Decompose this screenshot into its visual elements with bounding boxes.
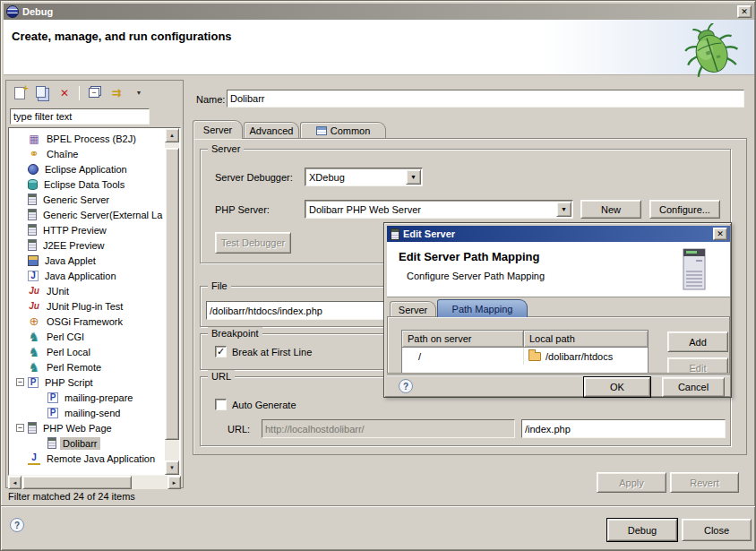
dropdown-arrow-icon[interactable]: ▼ [406,169,421,185]
tree-item[interactable]: Pmailing-prepare [9,390,180,405]
server-icon [28,224,37,236]
tab-advanced[interactable]: Advanced [244,122,299,138]
checkbox-label: Break at First Line [232,347,312,357]
horizontal-scroll-thumb[interactable] [22,476,132,489]
ok-button[interactable]: OK [584,377,650,397]
tree-item-label: JUnit [44,285,72,297]
scroll-left-button[interactable]: ◄ [8,476,21,489]
window-close-button[interactable]: ✕ [737,5,752,18]
tree-item[interactable]: ▦BPEL Process (B2J) [9,131,180,146]
duplicate-button[interactable] [34,85,50,101]
server-debugger-select[interactable]: XDebug ▼ [305,168,423,186]
tree-item-label: PHP Web Page [40,422,115,435]
expander-minus-icon[interactable]: − [16,424,24,432]
collapse-all-button[interactable]: − [86,85,102,101]
checkbox-checked-icon[interactable]: ✓ [215,346,227,357]
tree-item-label: Generic Server [40,194,112,206]
tree-item-label: Generic Server(External La [40,209,165,221]
tree-item[interactable]: Eclipse Application [9,161,180,176]
dialog-header: Edit Server Path Mapping Configure Serve… [387,242,730,297]
filter-input[interactable] [10,108,150,125]
new-server-button[interactable]: New [580,200,641,219]
tab-server[interactable]: Server [193,120,243,139]
tree-item[interactable]: ♞Perl Remote [9,359,180,375]
scroll-up-button[interactable]: ▲ [165,128,179,142]
tree-item[interactable]: ♞Perl Local [9,344,180,359]
dropdown-arrow-icon[interactable]: ▼ [556,202,571,217]
checkbox-unchecked-icon[interactable] [215,399,227,410]
tree-item[interactable]: HTTP Preview [9,222,180,237]
scroll-right-button[interactable]: ► [168,476,181,489]
server-icon [28,194,37,205]
column-header[interactable]: Path on server [402,331,524,348]
window-title: Debug [22,6,53,17]
vertical-scroll-thumb[interactable] [165,148,179,440]
column-header[interactable]: Local path [524,331,648,348]
scroll-down-button[interactable]: ▼ [165,461,179,475]
tree-item[interactable]: Eclipse Data Tools [9,176,180,192]
edit-mapping-button[interactable]: Edit [667,357,728,374]
tree-item[interactable]: ♞Perl CGI [9,329,180,344]
tree-item-label: Java Applet [42,254,99,267]
dialog-tab-server[interactable]: Server [390,301,436,317]
help-button[interactable]: ? [10,518,24,532]
applet-icon [28,255,39,266]
close-button[interactable]: Close [682,519,752,541]
debug-button[interactable]: Debug [607,519,677,541]
table-icon [316,126,327,135]
new-configuration-button[interactable]: + [12,85,28,101]
tree-item[interactable]: J2EE Preview [9,237,180,253]
tree-item[interactable]: Generic Server(External La [9,207,180,222]
configurations-panel: + ✕ − ⇉ ▼ ▦BPEL Process (B2J)⚭ChaîneEcli… [5,80,184,488]
add-mapping-button[interactable]: Add [667,331,728,352]
table-row[interactable]: //dolibarr/htdocs [402,348,648,365]
tree-item[interactable]: JJava Application [9,268,180,283]
tree-item[interactable]: ⊕OSGi Framework [9,314,180,329]
sphere-icon [28,164,39,175]
tree-item-label: mailing-prepare [62,392,135,404]
tree-item[interactable]: Pmailing-send [9,405,180,420]
test-debugger-button[interactable]: Test Debugger [215,232,291,254]
server-icon [28,209,37,220]
expander-minus-icon[interactable]: − [16,378,24,386]
apply-button[interactable]: Apply [597,472,666,493]
dialog-tab-path-mapping[interactable]: Path Mapping [437,299,528,317]
tree-item[interactable]: JRemote Java Application [9,451,180,466]
url-path-input[interactable] [521,419,726,438]
group-title: Breakpoint [208,327,262,340]
dialog-titlebar: Edit Server ✕ [387,226,730,242]
filter-button[interactable]: ⇉ [108,85,125,101]
tree-horizontal-scrollbar[interactable]: ◄ ► [8,476,181,489]
tree-item[interactable]: Generic Server [9,192,180,207]
php-server-select[interactable]: Dolibarr PHP Web Server ▼ [305,200,573,219]
dialog-separator [387,375,730,376]
tree-vertical-scrollbar[interactable]: ▲ ▼ [165,128,179,475]
tree-item[interactable]: −PPHP Script [9,375,180,390]
tree-item-label: HTTP Preview [40,224,109,237]
break-first-line-option[interactable]: ✓ Break at First Line [215,346,312,357]
configure-button[interactable]: Configure... [649,200,720,219]
server-debugger-label: Server Debugger: [215,172,293,183]
tree-item[interactable]: JuJUnit Plug-in Test [9,298,180,314]
cancel-button[interactable]: Cancel [662,377,725,397]
chain-icon: ⚭ [28,148,40,160]
tree-item[interactable]: Dolibarr [9,435,180,451]
config-tree: ▦BPEL Process (B2J)⚭ChaîneEclipse Applic… [8,127,181,476]
eclipse-icon [6,5,19,18]
toolbar-menu-arrow-icon[interactable]: ▼ [131,85,147,101]
dialog-close-button[interactable]: ✕ [713,228,727,240]
tree-item[interactable]: −PHP Web Page [9,420,180,435]
tree-item[interactable]: ⚭Chaîne [9,146,180,161]
tree-item[interactable]: Java Applet [9,253,180,268]
junit-icon: Ju [28,285,40,297]
db-icon [28,179,38,190]
name-input[interactable] [227,90,744,108]
junit_plugin-icon: Ju [28,300,40,313]
dialog-help-button[interactable]: ? [399,379,413,393]
auto-generate-option[interactable]: Auto Generate [215,399,296,410]
delete-button[interactable]: ✕ [56,85,73,101]
revert-button[interactable]: Revert [670,472,739,493]
tree-item[interactable]: JuJUnit [9,283,180,298]
tab-common[interactable]: Common [300,122,386,138]
tab-label: Server [399,305,427,315]
